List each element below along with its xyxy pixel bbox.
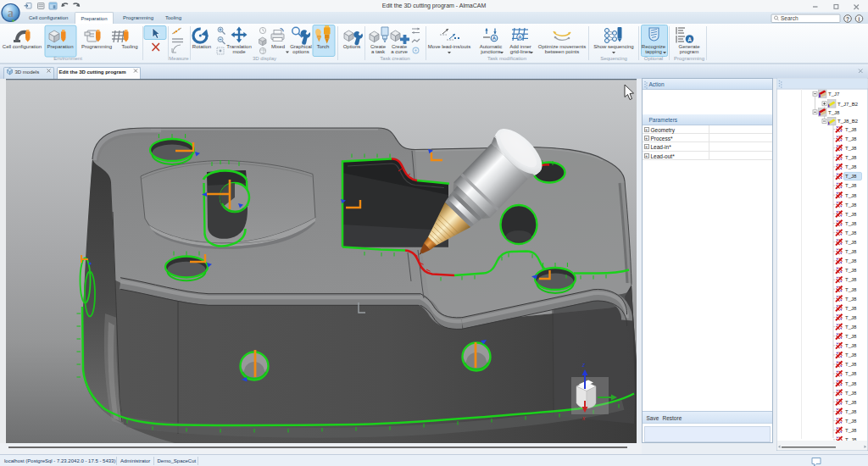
svg-text:Move lead-ins/outs: Move lead-ins/outs — [428, 44, 470, 49]
svg-text:T_J8: T_J8 — [845, 362, 857, 367]
svg-text:Optimize movements: Optimize movements — [538, 44, 586, 49]
svg-text:T_J8: T_J8 — [845, 183, 857, 188]
svg-text:T_J7_B2: T_J7_B2 — [837, 102, 859, 107]
svg-text:A: A — [687, 36, 692, 42]
svg-text:T_J8: T_J8 — [845, 240, 857, 245]
svg-text:Search: Search — [781, 15, 798, 21]
svg-text:A: A — [518, 35, 522, 40]
svg-text:T_J8: T_J8 — [845, 400, 857, 405]
svg-text:T_J8: T_J8 — [845, 127, 857, 132]
svg-text:3D display: 3D display — [253, 56, 276, 61]
svg-text:Show sequencing: Show sequencing — [593, 44, 633, 49]
svg-text:Cell configuration: Cell configuration — [3, 44, 42, 49]
svg-text:Optional: Optional — [644, 56, 663, 61]
svg-text:Options: Options — [343, 44, 361, 49]
svg-text:T_J8: T_J8 — [845, 325, 857, 330]
svg-text:Preparation: Preparation — [47, 44, 73, 49]
svg-text:mode: mode — [232, 49, 246, 54]
svg-text:Create: Create — [392, 44, 408, 49]
svg-text:Mixed: Mixed — [271, 44, 285, 49]
svg-text:Translation: Translation — [226, 44, 251, 49]
svg-text:a: a — [8, 7, 14, 19]
svg-text:T_J8: T_J8 — [845, 230, 857, 236]
svg-text:Measure: Measure — [169, 56, 189, 61]
svg-text:T_J8: T_J8 — [845, 164, 857, 169]
svg-text:Automatic: Automatic — [480, 44, 503, 49]
svg-text:A: A — [492, 36, 497, 41]
svg-text:Create: Create — [370, 44, 387, 49]
svg-text:Graphical: Graphical — [290, 44, 312, 49]
svg-text:Programming: Programming — [674, 56, 704, 61]
svg-text:T_J8: T_J8 — [845, 352, 857, 358]
svg-text:T_J8: T_J8 — [845, 174, 857, 179]
svg-text:Environment: Environment — [53, 56, 82, 61]
svg-text:3D models: 3D models — [15, 69, 40, 75]
svg-text:T_J8: T_J8 — [845, 315, 857, 320]
svg-text:T_J8: T_J8 — [845, 428, 857, 433]
svg-text:a curve: a curve — [391, 49, 408, 54]
svg-text:T_J8: T_J8 — [845, 297, 857, 302]
svg-text:Generate: Generate — [678, 44, 700, 49]
svg-text:program: program — [680, 49, 698, 54]
svg-text:T_J8: T_J8 — [845, 258, 857, 264]
svg-text:T_J7: T_J7 — [828, 92, 840, 97]
svg-text:Task creation: Task creation — [380, 56, 409, 61]
svg-text:T_J8: T_J8 — [845, 287, 857, 292]
svg-text:T_J8: T_J8 — [845, 268, 857, 273]
svg-text:T_J8: T_J8 — [845, 409, 857, 414]
svg-text:Rotation: Rotation — [192, 44, 211, 49]
svg-text:T_J8: T_J8 — [845, 193, 857, 198]
svg-text:T_J8_B2: T_J8_B2 — [837, 119, 859, 124]
svg-text:T_J8: T_J8 — [828, 110, 840, 115]
svg-text:Sequencing: Sequencing — [600, 56, 627, 61]
svg-text:T_J8: T_J8 — [845, 212, 857, 217]
svg-text:Torch: Torch — [317, 44, 330, 49]
svg-text:T_J8: T_J8 — [845, 381, 857, 386]
svg-text:Edit the 3D cutting program: Edit the 3D cutting program — [59, 69, 126, 75]
svg-text:Recognize: Recognize — [642, 44, 666, 49]
svg-text:T_J8: T_J8 — [845, 343, 857, 348]
svg-text:T_J8: T_J8 — [845, 334, 857, 339]
svg-text:T_J8: T_J8 — [845, 155, 857, 160]
svg-text:T_J8: T_J8 — [845, 136, 857, 141]
svg-text:T_J8: T_J8 — [845, 202, 857, 208]
svg-text:Add inner: Add inner — [509, 44, 531, 49]
svg-text:options: options — [292, 49, 309, 54]
svg-text:between points: between points — [545, 49, 579, 54]
svg-text:T_J8: T_J8 — [845, 249, 857, 254]
svg-text:grid-lines: grid-lines — [510, 49, 531, 54]
svg-text:T_J8: T_J8 — [845, 277, 857, 282]
svg-text:tapping: tapping — [645, 49, 662, 54]
svg-text:junctions: junctions — [480, 49, 501, 54]
svg-text:Task modification: Task modification — [487, 56, 526, 61]
svg-text:Tooling: Tooling — [121, 44, 137, 49]
svg-text:a task: a task — [371, 49, 386, 54]
svg-text:T_J8: T_J8 — [845, 306, 857, 311]
svg-text:T_J8: T_J8 — [845, 419, 857, 424]
svg-text:T_J8: T_J8 — [845, 371, 857, 376]
svg-text:Programming: Programming — [81, 44, 112, 49]
svg-text:i: i — [859, 16, 860, 22]
svg-text:T_J8: T_J8 — [845, 146, 857, 151]
svg-text:T_J8: T_J8 — [845, 391, 857, 396]
svg-text:T_J8: T_J8 — [845, 221, 857, 226]
svg-text:?: ? — [846, 16, 849, 22]
